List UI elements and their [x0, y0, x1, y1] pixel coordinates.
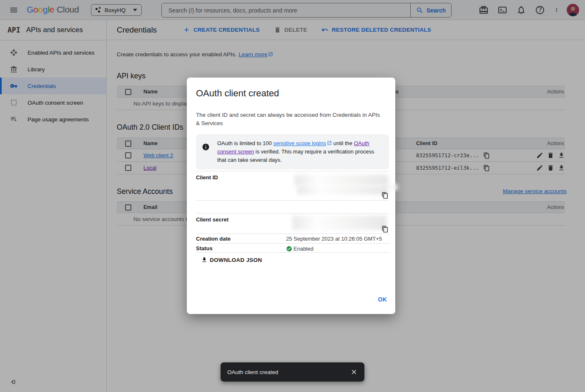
download-json-button[interactable]: DOWNLOAD JSON [201, 256, 262, 263]
creation-date-value: 25 September 2023 at 10:26:05 GMT+5 [286, 234, 389, 243]
redacted-client-id [294, 175, 388, 186]
toast-message: OAuth client created [227, 369, 278, 375]
client-secret-label: Client secret [196, 214, 286, 234]
copy-client-id-icon[interactable] [382, 192, 389, 199]
client-secret-row: Client secret [196, 213, 389, 234]
status-row: Status Enabled [196, 243, 389, 253]
dialog-title: OAuth client created [196, 88, 279, 99]
dialog-fields: Client ID Client secret Creation date 25… [196, 171, 389, 253]
info-icon [202, 143, 210, 151]
redacted-client-secret [292, 216, 387, 230]
creation-date-label: Creation date [196, 234, 286, 243]
verification-notice: OAuth is limited to 100 sensitive scope … [196, 134, 389, 169]
ok-button[interactable]: OK [378, 296, 387, 303]
client-id-row: Client ID [196, 171, 389, 200]
download-icon [201, 256, 208, 263]
external-link-icon [327, 141, 332, 146]
status-label: Status [196, 244, 286, 252]
sensitive-scope-logins-link[interactable]: sensitive scope logins [273, 140, 331, 146]
toast-notification: OAuth client created [221, 362, 364, 382]
gcp-console: Google Cloud BoxyHQ Search [0, 0, 585, 392]
spacer-row [196, 200, 389, 213]
dialog-description: The client ID and secret can always be a… [196, 111, 384, 128]
creation-date-row: Creation date 25 September 2023 at 10:26… [196, 234, 389, 243]
redacted-client-id [388, 184, 398, 190]
copy-client-secret-icon[interactable] [382, 226, 389, 233]
redacted-client-id [297, 185, 388, 195]
close-icon[interactable] [350, 368, 358, 376]
check-circle-icon [286, 246, 292, 252]
client-id-label: Client ID [196, 171, 286, 200]
oauth-client-created-dialog: OAuth client created The client ID and s… [187, 78, 395, 314]
status-badge: Enabled [294, 246, 314, 252]
